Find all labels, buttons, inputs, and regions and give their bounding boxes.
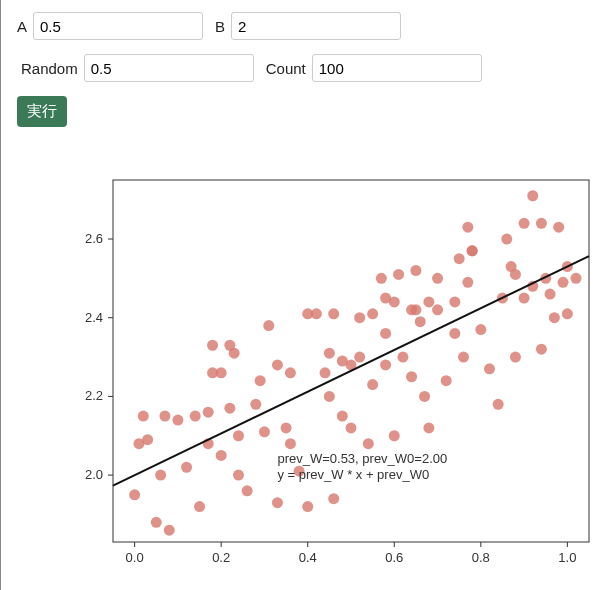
- b-label: B: [215, 18, 225, 35]
- data-point: [389, 430, 400, 441]
- x-tick-label: 1.0: [558, 550, 576, 565]
- data-point: [229, 348, 240, 359]
- data-point: [432, 273, 443, 284]
- x-tick-label: 0.8: [472, 550, 490, 565]
- data-point: [519, 293, 530, 304]
- data-point: [367, 308, 378, 319]
- data-point: [549, 312, 560, 323]
- data-point: [224, 403, 235, 414]
- data-point: [501, 234, 512, 245]
- data-point: [233, 470, 244, 481]
- data-point: [545, 289, 556, 300]
- data-point: [510, 352, 521, 363]
- data-point: [346, 422, 357, 433]
- y-tick-label: 2.4: [85, 310, 103, 325]
- data-point: [216, 450, 227, 461]
- input-row-1: A B: [17, 12, 593, 40]
- data-point: [380, 328, 391, 339]
- data-point: [207, 340, 218, 351]
- a-input[interactable]: [33, 12, 203, 40]
- data-point: [272, 497, 283, 508]
- y-tick-label: 2.0: [85, 467, 103, 482]
- data-point: [493, 399, 504, 410]
- data-point: [233, 430, 244, 441]
- data-point: [458, 352, 469, 363]
- data-point: [181, 462, 192, 473]
- data-point: [216, 367, 227, 378]
- x-tick-label: 0.0: [126, 550, 144, 565]
- data-point: [337, 411, 348, 422]
- data-point: [393, 269, 404, 280]
- data-point: [536, 218, 547, 229]
- a-label: A: [17, 18, 27, 35]
- data-point: [441, 375, 452, 386]
- annotation-line-2: y = prev_W * x + prev_W0: [277, 467, 429, 482]
- data-point: [484, 363, 495, 374]
- data-point: [354, 312, 365, 323]
- data-point: [467, 245, 478, 256]
- data-point: [475, 324, 486, 335]
- data-point: [129, 489, 140, 500]
- random-input[interactable]: [84, 54, 254, 82]
- data-point: [462, 222, 473, 233]
- random-label: Random: [21, 60, 78, 77]
- x-tick-label: 0.2: [212, 550, 230, 565]
- data-point: [272, 359, 283, 370]
- data-point: [419, 391, 430, 402]
- x-tick-label: 0.4: [299, 550, 317, 565]
- data-point: [138, 411, 149, 422]
- data-point: [324, 348, 335, 359]
- data-point: [553, 222, 564, 233]
- data-point: [320, 367, 331, 378]
- data-point: [380, 359, 391, 370]
- data-point: [190, 411, 201, 422]
- data-point: [354, 352, 365, 363]
- data-point: [415, 316, 426, 327]
- data-point: [527, 190, 538, 201]
- data-point: [376, 273, 387, 284]
- data-point: [164, 525, 175, 536]
- count-input[interactable]: [312, 54, 482, 82]
- y-tick-label: 2.2: [85, 388, 103, 403]
- data-point: [285, 367, 296, 378]
- data-point: [250, 399, 261, 410]
- data-point: [571, 273, 582, 284]
- data-point: [242, 485, 253, 496]
- data-point: [363, 438, 374, 449]
- data-point: [194, 501, 205, 512]
- data-point: [259, 426, 270, 437]
- data-point: [389, 296, 400, 307]
- b-input[interactable]: [231, 12, 401, 40]
- data-point: [432, 304, 443, 315]
- data-point: [562, 308, 573, 319]
- run-button[interactable]: 実行: [17, 96, 67, 127]
- data-point: [536, 344, 547, 355]
- data-point: [151, 517, 162, 528]
- data-point: [263, 320, 274, 331]
- data-point: [519, 218, 530, 229]
- data-point: [328, 308, 339, 319]
- data-point: [367, 379, 378, 390]
- annotation-line-1: prev_W=0.53, prev_W0=2.00: [277, 451, 447, 466]
- data-point: [423, 296, 434, 307]
- scatter-chart: 0.00.20.40.60.81.02.02.22.42.6prev_W=0.5…: [61, 160, 601, 580]
- data-point: [155, 470, 166, 481]
- input-row-2: Random Count: [17, 54, 593, 82]
- x-tick-label: 0.6: [385, 550, 403, 565]
- data-point: [281, 422, 292, 433]
- data-point: [449, 296, 460, 307]
- data-point: [462, 277, 473, 288]
- data-point: [311, 308, 322, 319]
- data-point: [142, 434, 153, 445]
- data-point: [406, 371, 417, 382]
- data-point: [159, 411, 170, 422]
- data-point: [397, 352, 408, 363]
- data-point: [285, 438, 296, 449]
- data-point: [203, 407, 214, 418]
- data-point: [324, 391, 335, 402]
- data-point: [410, 265, 421, 276]
- data-point: [454, 253, 465, 264]
- data-point: [255, 375, 266, 386]
- data-point: [172, 415, 183, 426]
- data-point: [449, 328, 460, 339]
